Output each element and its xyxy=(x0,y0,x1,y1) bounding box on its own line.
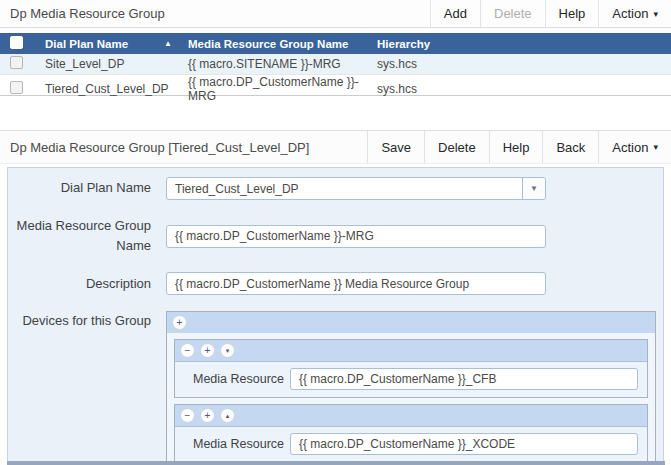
delete-button[interactable]: Delete xyxy=(424,131,489,163)
add-item-button[interactable]: + xyxy=(200,343,215,358)
list-panel: Dp Media Resource Group Add Delete Help … xyxy=(0,0,671,96)
detail-toolbar-buttons: Save Delete Help Back Action ▾ xyxy=(367,131,671,163)
field-row-description: Description xyxy=(8,272,663,295)
device-item-body: Media Resource xyxy=(175,362,647,397)
column-header-dial-plan-name[interactable]: Dial Plan Name ▲ xyxy=(45,38,188,50)
field-row-mrg-name: Media Resource Group Name xyxy=(8,216,663,256)
action-menu-label: Action xyxy=(612,6,648,21)
dial-plan-name-select[interactable]: Tiered_Cust_Level_DP ▼ xyxy=(166,177,546,200)
table-row[interactable]: Site_Level_DP {{ macro.SITENAME }}-MRG s… xyxy=(0,54,671,75)
caret-down-icon: ▾ xyxy=(653,9,658,19)
back-button[interactable]: Back xyxy=(542,131,598,163)
list-toolbar-buttons: Add Delete Help Action ▾ xyxy=(430,0,671,27)
table-row[interactable]: Tiered_Cust_Level_DP {{ macro.DP_Custome… xyxy=(0,75,671,96)
cell-hierarchy[interactable]: sys.hcs xyxy=(377,82,671,96)
help-button[interactable]: Help xyxy=(545,0,599,27)
list-panel-title: Dp Media Resource Group xyxy=(10,6,165,21)
device-item-header: − + ▾ xyxy=(175,340,647,362)
move-down-button[interactable]: ▾ xyxy=(220,343,235,358)
row-checkbox[interactable] xyxy=(10,56,23,69)
action-menu-label: Action xyxy=(612,140,648,155)
device-item-body: Media Resource xyxy=(175,427,647,462)
cell-dial-plan-name[interactable]: Site_Level_DP xyxy=(45,57,188,71)
device-item-header: − + ▴ xyxy=(175,405,647,427)
save-button[interactable]: Save xyxy=(367,131,424,163)
media-resource-label: Media Resource xyxy=(193,437,290,451)
add-item-button[interactable]: + xyxy=(200,408,215,423)
description-label: Description xyxy=(8,274,151,294)
mrg-name-label: Media Resource Group Name xyxy=(8,216,151,256)
help-button[interactable]: Help xyxy=(489,131,543,163)
devices-group-add-bar: + xyxy=(167,312,655,333)
add-item-button[interactable]: + xyxy=(172,315,187,330)
devices-group-label: Devices for this Group xyxy=(8,311,151,331)
detail-panel: Dp Media Resource Group [Tiered_Cust_Lev… xyxy=(0,130,671,462)
row-checkbox[interactable] xyxy=(10,81,23,94)
remove-item-button[interactable]: − xyxy=(180,343,195,358)
cell-hierarchy[interactable]: sys.hcs xyxy=(377,57,671,71)
description-input[interactable] xyxy=(166,272,546,295)
media-resource-input[interactable] xyxy=(290,433,638,455)
dial-plan-name-selected-value: Tiered_Cust_Level_DP xyxy=(167,182,299,196)
select-all-checkbox[interactable] xyxy=(10,36,23,49)
cell-dial-plan-name[interactable]: Tiered_Cust_Level_DP xyxy=(45,82,188,96)
column-header-hierarchy[interactable]: Hierarchy xyxy=(377,38,671,50)
list-toolbar: Dp Media Resource Group Add Delete Help … xyxy=(0,0,671,28)
move-up-icon: ▴ xyxy=(226,412,230,419)
list-table: Dial Plan Name ▲ Media Resource Group Na… xyxy=(0,33,671,96)
add-button[interactable]: Add xyxy=(430,0,480,27)
field-row-dial-plan-name: Dial Plan Name Tiered_Cust_Level_DP ▼ xyxy=(8,177,663,200)
detail-panel-title: Dp Media Resource Group [Tiered_Cust_Lev… xyxy=(10,140,309,155)
detail-form: Dial Plan Name Tiered_Cust_Level_DP ▼ Me… xyxy=(7,167,664,462)
media-resource-input[interactable] xyxy=(290,368,638,390)
move-up-button[interactable]: ▴ xyxy=(220,408,235,423)
delete-button[interactable]: Delete xyxy=(480,0,545,27)
caret-down-icon: ▾ xyxy=(653,142,658,152)
remove-item-button[interactable]: − xyxy=(180,408,195,423)
dial-plan-name-label: Dial Plan Name xyxy=(8,178,151,198)
field-row-devices-group: Devices for this Group + − + ▾ Media Res… xyxy=(8,311,663,465)
mrg-name-input[interactable] xyxy=(166,225,546,248)
device-item-panel: − + ▴ Media Resource xyxy=(174,404,648,463)
select-dropdown-arrow-icon: ▼ xyxy=(522,178,545,199)
move-down-icon: ▾ xyxy=(226,347,230,354)
table-header-row: Dial Plan Name ▲ Media Resource Group Na… xyxy=(0,33,671,54)
cell-mrg-name[interactable]: {{ macro.DP_CustomerName }}-MRG xyxy=(188,75,377,103)
next-section-edge xyxy=(7,461,665,465)
sort-ascending-icon: ▲ xyxy=(164,39,172,48)
devices-group-panel: + − + ▾ Media Resource xyxy=(166,311,656,465)
column-header-mrg-name[interactable]: Media Resource Group Name xyxy=(188,38,377,50)
action-menu-button[interactable]: Action ▾ xyxy=(598,0,671,27)
detail-toolbar: Dp Media Resource Group [Tiered_Cust_Lev… xyxy=(0,130,671,164)
action-menu-button[interactable]: Action ▾ xyxy=(598,131,671,163)
media-resource-label: Media Resource xyxy=(193,372,290,386)
cell-mrg-name[interactable]: {{ macro.SITENAME }}-MRG xyxy=(188,57,377,71)
device-item-panel: − + ▾ Media Resource xyxy=(174,339,648,398)
